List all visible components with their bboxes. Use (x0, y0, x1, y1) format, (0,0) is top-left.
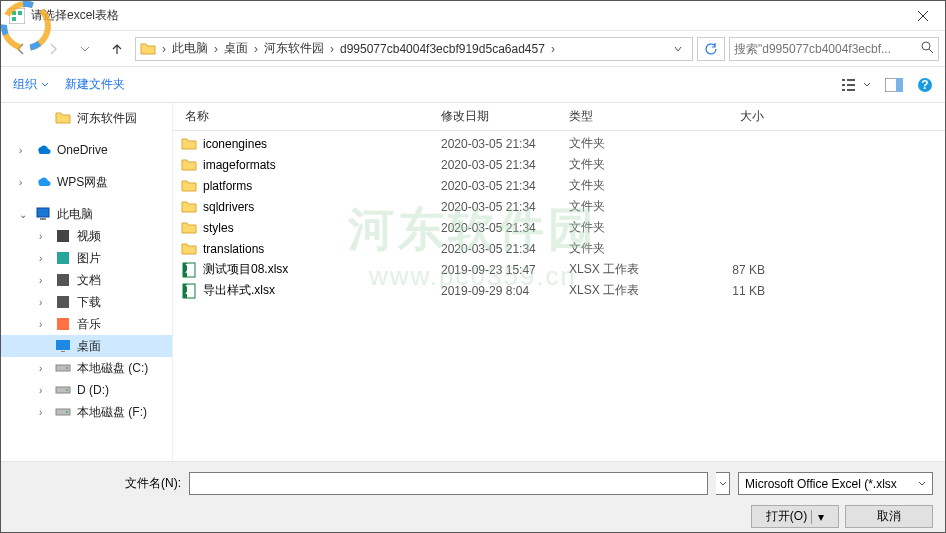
sidebar-item-label: 本地磁盘 (C:) (77, 360, 148, 377)
chevron-down-icon (863, 81, 871, 89)
organize-button[interactable]: 组织 (13, 76, 49, 93)
chevron-down-icon (719, 480, 727, 488)
file-name: iconengines (203, 137, 267, 151)
svg-rect-26 (57, 318, 69, 330)
sidebar-item-label: 桌面 (77, 338, 101, 355)
filetype-select[interactable]: Microsoft Office Excel (*.xlsx (738, 472, 933, 495)
svg-rect-10 (842, 79, 845, 81)
svg-rect-20 (37, 208, 49, 217)
breadcrumb-chevron[interactable]: › (328, 42, 336, 56)
svg-rect-5 (12, 17, 16, 21)
sidebar-item[interactable]: ›本地磁盘 (F:) (1, 401, 172, 423)
chevron-down-icon (41, 81, 49, 89)
breadcrumb-chevron[interactable]: › (549, 42, 557, 56)
breadcrumb-chevron[interactable]: › (212, 42, 220, 56)
svg-rect-22 (57, 230, 69, 242)
sidebar-item[interactable]: 桌面 (1, 335, 172, 357)
sidebar-item-label: 本地磁盘 (F:) (77, 404, 147, 421)
file-row[interactable]: X测试项目08.xlsx2019-09-23 15:47XLSX 工作表87 K… (173, 259, 945, 280)
file-row[interactable]: iconengines2020-03-05 21:34文件夹 (173, 133, 945, 154)
sidebar-item[interactable]: ›下载 (1, 291, 172, 313)
sidebar-item-label: 下载 (77, 294, 101, 311)
file-type: 文件夹 (557, 219, 661, 236)
file-date: 2019-09-29 8:04 (429, 284, 557, 298)
breadcrumb-item[interactable]: 此电脑 (168, 40, 212, 57)
navbar: › 此电脑 › 桌面 › 河东软件园 › d995077cb4004f3ecbf… (1, 31, 945, 67)
sidebar-item-label: 图片 (77, 250, 101, 267)
sidebar-item-label: 视频 (77, 228, 101, 245)
file-name: platforms (203, 179, 252, 193)
svg-text:?: ? (921, 78, 928, 92)
sidebar-item[interactable]: ›视频 (1, 225, 172, 247)
sidebar-item-label: 河东软件园 (77, 110, 137, 127)
svg-rect-14 (847, 84, 855, 86)
svg-rect-15 (847, 89, 855, 91)
column-name[interactable]: 名称 (173, 103, 429, 130)
open-button[interactable]: 打开(O) ▾ (751, 505, 839, 528)
sidebar-item[interactable]: ›OneDrive (1, 139, 172, 161)
breadcrumb-item[interactable]: d995077cb4004f3ecbf919d5ca6ad457 (336, 42, 549, 56)
sidebar-item[interactable]: ›图片 (1, 247, 172, 269)
svg-rect-17 (896, 78, 903, 92)
address-dropdown[interactable] (668, 42, 688, 56)
svg-rect-3 (12, 11, 16, 15)
help-button[interactable]: ? (917, 77, 933, 93)
close-button[interactable] (900, 1, 945, 30)
column-date[interactable]: 修改日期 (429, 103, 557, 130)
file-row[interactable]: styles2020-03-05 21:34文件夹 (173, 217, 945, 238)
filename-input[interactable] (189, 472, 708, 495)
column-size[interactable]: 大小 (661, 103, 781, 130)
footer: 文件名(N): Microsoft Office Excel (*.xlsx 打… (1, 461, 945, 533)
back-button[interactable] (7, 37, 35, 61)
window-title: 请选择excel表格 (31, 7, 119, 24)
breadcrumb-chevron[interactable]: › (160, 42, 168, 56)
view-options-button[interactable] (841, 77, 871, 93)
up-button[interactable] (103, 37, 131, 61)
file-date: 2020-03-05 21:34 (429, 158, 557, 172)
svg-rect-24 (57, 274, 69, 286)
file-type: 文件夹 (557, 198, 661, 215)
search-box[interactable] (729, 37, 939, 61)
search-icon[interactable] (920, 40, 934, 57)
sidebar-item[interactable]: ›WPS网盘 (1, 171, 172, 193)
file-row[interactable]: X导出样式.xlsx2019-09-29 8:04XLSX 工作表11 KB (173, 280, 945, 301)
file-size: 11 KB (661, 284, 781, 298)
filename-dropdown[interactable] (716, 472, 730, 495)
search-input[interactable] (734, 42, 920, 56)
svg-point-32 (66, 389, 68, 391)
sidebar-item[interactable]: ›音乐 (1, 313, 172, 335)
recent-button[interactable] (71, 37, 99, 61)
file-name: styles (203, 221, 234, 235)
file-row[interactable]: imageformats2020-03-05 21:34文件夹 (173, 154, 945, 175)
column-type[interactable]: 类型 (557, 103, 661, 130)
preview-pane-button[interactable] (885, 78, 903, 92)
svg-rect-12 (842, 89, 845, 91)
forward-icon (45, 41, 61, 57)
sidebar-item[interactable]: ⌄此电脑 (1, 203, 172, 225)
filename-label: 文件名(N): (13, 475, 181, 492)
newfolder-button[interactable]: 新建文件夹 (65, 76, 125, 93)
file-date: 2020-03-05 21:34 (429, 200, 557, 214)
sidebar-item[interactable]: ›文档 (1, 269, 172, 291)
sidebar-item[interactable]: ›D (D:) (1, 379, 172, 401)
breadcrumb-chevron[interactable]: › (252, 42, 260, 56)
file-row[interactable]: translations2020-03-05 21:34文件夹 (173, 238, 945, 259)
sidebar: 河东软件园›OneDrive›WPS网盘⌄此电脑›视频›图片›文档›下载›音乐桌… (1, 103, 173, 461)
breadcrumb-item[interactable]: 桌面 (220, 40, 252, 57)
refresh-button[interactable] (697, 37, 725, 61)
forward-button[interactable] (39, 37, 67, 61)
file-name: 测试项目08.xlsx (203, 261, 288, 278)
file-list: 名称 修改日期 类型 大小 iconengines2020-03-05 21:3… (173, 103, 945, 461)
breadcrumb-item[interactable]: 河东软件园 (260, 40, 328, 57)
svg-line-9 (929, 49, 933, 53)
file-type: 文件夹 (557, 135, 661, 152)
close-icon (918, 11, 928, 21)
sidebar-item[interactable]: 河东软件园 (1, 107, 172, 129)
sidebar-item[interactable]: ›本地磁盘 (C:) (1, 357, 172, 379)
file-row[interactable]: platforms2020-03-05 21:34文件夹 (173, 175, 945, 196)
file-type: 文件夹 (557, 240, 661, 257)
address-bar[interactable]: › 此电脑 › 桌面 › 河东软件园 › d995077cb4004f3ecbf… (135, 37, 693, 61)
cancel-button[interactable]: 取消 (845, 505, 933, 528)
sidebar-item-label: 音乐 (77, 316, 101, 333)
file-row[interactable]: sqldrivers2020-03-05 21:34文件夹 (173, 196, 945, 217)
